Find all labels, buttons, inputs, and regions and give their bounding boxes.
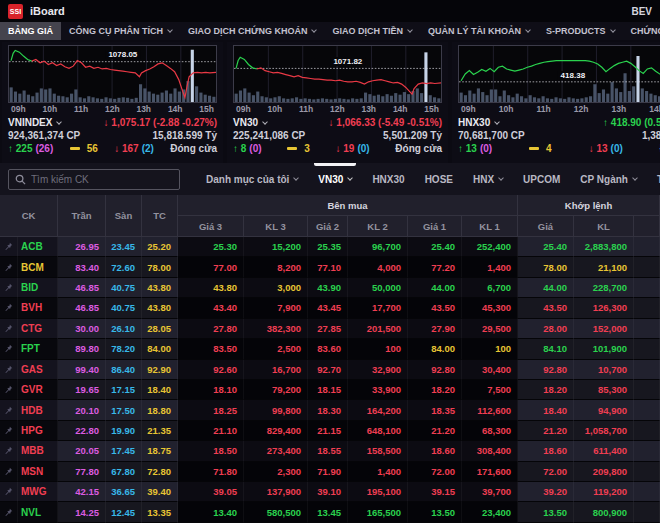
tab-vn30[interactable]: VN30 bbox=[308, 163, 362, 195]
chevron-down-icon bbox=[407, 27, 413, 33]
tab-hnx30[interactable]: HNX30 bbox=[362, 163, 414, 195]
stock-code[interactable]: BID bbox=[18, 278, 58, 298]
ceiling-price: 83.40 bbox=[58, 257, 106, 277]
stock-code[interactable]: MWG bbox=[18, 482, 58, 502]
table-row-bcm[interactable]: BCM83.4072.6078.0077.008,20077.104,00077… bbox=[0, 257, 660, 277]
col-header-ck[interactable]: CK bbox=[0, 195, 58, 237]
stock-code[interactable]: BVH bbox=[18, 298, 58, 318]
bid-volume-2: 33,900 bbox=[348, 380, 408, 400]
stock-code[interactable]: BCM bbox=[18, 257, 58, 277]
pin-icon[interactable] bbox=[4, 446, 13, 455]
time-tick: 10h bbox=[42, 104, 57, 115]
col-header-gia2[interactable]: Giá 2 bbox=[308, 216, 348, 237]
chevron-down-icon bbox=[167, 27, 173, 33]
floor-price: 17.15 bbox=[106, 380, 142, 400]
stock-code[interactable]: MBB bbox=[18, 441, 58, 461]
pin-cell bbox=[0, 360, 18, 380]
pin-icon[interactable] bbox=[4, 344, 13, 353]
bid-price-1: 13.50 bbox=[408, 502, 462, 522]
table-row-acb[interactable]: ACB26.9523.4525.2025.3015,20025.3596,700… bbox=[0, 237, 660, 257]
col-header-kl3[interactable]: KL 3 bbox=[244, 216, 308, 237]
col-header-kl1[interactable]: KL 1 bbox=[462, 216, 518, 237]
menu-item[interactable]: GIAO DỊCH CHỨNG KHOÁN bbox=[180, 22, 324, 40]
col-header-kl[interactable]: KL bbox=[574, 216, 634, 237]
tab-danh-mục-của-tôi[interactable]: Danh mục của tôi bbox=[196, 163, 308, 195]
bid-volume-3: 382,300 bbox=[244, 319, 308, 339]
tab-thỏa-thuận[interactable]: Thỏa thuận bbox=[647, 163, 660, 195]
table-row-mbb[interactable]: MBB20.0517.4518.7518.50273,40018.55158,5… bbox=[0, 441, 660, 461]
stock-code[interactable]: CTG bbox=[18, 319, 58, 339]
col-header-gia1[interactable]: Giá 1 bbox=[408, 216, 462, 237]
pin-icon[interactable] bbox=[4, 263, 13, 272]
col-header-tran[interactable]: Trần bbox=[58, 195, 106, 237]
table-row-fpt[interactable]: FPT89.8078.2084.0083.502,50083.6010084.0… bbox=[0, 339, 660, 359]
floor-price: 67.80 bbox=[106, 462, 142, 482]
table-row-bid[interactable]: BID46.8540.7543.8043.803,00043.9050,0004… bbox=[0, 278, 660, 298]
pin-icon[interactable] bbox=[4, 467, 13, 476]
pin-icon[interactable] bbox=[4, 303, 13, 312]
col-header-gia3[interactable]: Giá 3 bbox=[178, 216, 244, 237]
pin-icon[interactable] bbox=[4, 365, 13, 374]
time-tick: 10h bbox=[499, 104, 514, 115]
table-row-mwg[interactable]: MWG42.1536.6539.4039.05137,90039.10195,1… bbox=[0, 482, 660, 502]
col-header-san[interactable]: Sàn bbox=[106, 195, 142, 237]
chevron-down-icon bbox=[498, 175, 504, 181]
pin-icon[interactable] bbox=[4, 487, 13, 496]
menu-item[interactable]: CÔNG CỤ PHÂN TÍCH bbox=[61, 22, 180, 40]
tab-upcom[interactable]: UPCOM bbox=[513, 163, 570, 195]
stock-code[interactable]: GAS bbox=[18, 360, 58, 380]
stock-code[interactable]: ACB bbox=[18, 237, 58, 257]
search-input[interactable] bbox=[31, 174, 173, 185]
table-row-bvh[interactable]: BVH46.8540.7543.8043.407,90043.4517,7004… bbox=[0, 298, 660, 318]
stock-code[interactable]: FPT bbox=[18, 339, 58, 359]
index-volume-shares: 924,361,374 CP bbox=[8, 130, 80, 141]
pin-icon[interactable] bbox=[4, 324, 13, 333]
matched-price: 21.20 bbox=[518, 421, 574, 441]
tab-hnx[interactable]: HNX bbox=[463, 163, 513, 195]
floor-price: 78.20 bbox=[106, 339, 142, 359]
table-row-gas[interactable]: GAS99.4086.4092.9092.6016,70092.7032,900… bbox=[0, 360, 660, 380]
bid-volume-1: 1,400 bbox=[462, 257, 518, 277]
pin-icon[interactable] bbox=[4, 283, 13, 292]
chevron-down-icon bbox=[525, 27, 531, 33]
ceiling-count: (0) bbox=[480, 143, 492, 154]
index-name[interactable]: VN30 bbox=[233, 117, 267, 128]
bid-price-3: 39.05 bbox=[178, 482, 244, 502]
table-row-hdb[interactable]: HDB20.1017.5018.8018.2599,80018.30164,20… bbox=[0, 400, 660, 420]
col-header-kl2[interactable]: KL 2 bbox=[348, 216, 408, 237]
tab-hose[interactable]: HOSE bbox=[415, 163, 463, 195]
index-name[interactable]: HNX30 bbox=[458, 117, 499, 128]
pin-icon[interactable] bbox=[4, 385, 13, 394]
table-row-gvr[interactable]: GVR19.6517.1518.4018.1079,20018.1533,900… bbox=[0, 380, 660, 400]
pin-icon[interactable] bbox=[4, 426, 13, 435]
bid-price-1: 44.00 bbox=[408, 278, 462, 298]
index-name[interactable]: VNINDEX bbox=[8, 117, 61, 128]
menu-item[interactable]: S-PRODUCTS bbox=[538, 22, 623, 40]
menu-item[interactable]: QUẢN LÝ TÀI KHOẢN bbox=[420, 22, 538, 40]
table-row-nvl[interactable]: NVL14.2512.4513.3513.40580,50013.45165,5… bbox=[0, 502, 660, 522]
extra-cell bbox=[634, 441, 660, 461]
table-row-hpg[interactable]: HPG22.8019.9021.3521.10829,40021.15648,1… bbox=[0, 421, 660, 441]
stock-code[interactable]: MSN bbox=[18, 462, 58, 482]
stock-code[interactable]: GVR bbox=[18, 380, 58, 400]
pin-icon[interactable] bbox=[4, 406, 13, 415]
bid-volume-3: 3,000 bbox=[244, 278, 308, 298]
tab-cp-ngành[interactable]: CP Ngành bbox=[570, 163, 647, 195]
account-label[interactable]: BEV bbox=[631, 6, 652, 17]
stock-code[interactable]: HDB bbox=[18, 400, 58, 420]
table-row-ctg[interactable]: CTG30.0026.1028.0527.80382,30027.85201,5… bbox=[0, 319, 660, 339]
search-box[interactable] bbox=[8, 169, 180, 190]
stock-code[interactable]: HPG bbox=[18, 421, 58, 441]
col-header-tc[interactable]: TC bbox=[142, 195, 178, 237]
menu-item[interactable]: BẢNG GIÁ bbox=[0, 22, 61, 40]
app-title: iBoard bbox=[30, 5, 65, 17]
stock-code[interactable]: NVL bbox=[18, 502, 58, 522]
bid-volume-1: 6,700 bbox=[462, 278, 518, 298]
pin-icon[interactable] bbox=[4, 508, 13, 517]
pin-icon[interactable] bbox=[4, 242, 13, 251]
menu-item[interactable]: CHỨNG CHỈ QUỸ MỞ bbox=[623, 22, 660, 40]
col-header-gia[interactable]: Giá bbox=[518, 216, 574, 237]
menu-item[interactable]: GIAO DỊCH TIỀN bbox=[324, 22, 420, 40]
ceiling-price: 30.00 bbox=[58, 319, 106, 339]
table-row-msn[interactable]: MSN77.8067.8072.8071.802,30071.901,40072… bbox=[0, 462, 660, 482]
